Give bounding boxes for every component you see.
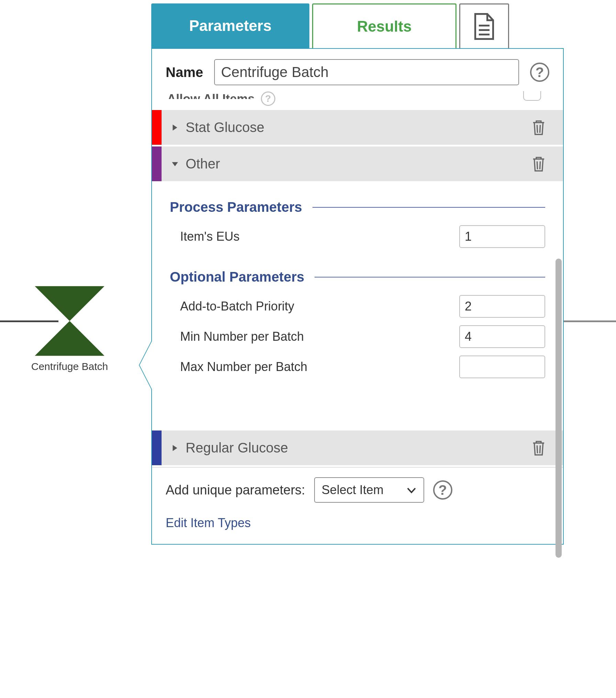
add-to-batch-priority-input[interactable] [459,295,545,318]
section-rule [312,207,545,208]
chevron-down-icon [171,160,179,168]
item-row-regular-glucose[interactable]: Regular Glucose [152,430,563,467]
node-caption: Centrifuge Batch [31,361,108,372]
svg-marker-11 [173,445,177,451]
item-label: Stat Glucose [186,120,531,135]
chevron-right-icon [171,124,179,131]
max-per-batch-label: Max Number per Batch [180,360,307,374]
svg-line-10 [540,162,540,170]
tab-row: Parameters Results [151,3,564,48]
svg-line-6 [537,125,537,133]
svg-marker-1 [35,321,104,356]
edit-item-types-link[interactable]: Edit Item Types [166,516,549,530]
svg-marker-0 [35,286,104,321]
svg-line-12 [537,446,537,454]
properties-panel: Parameters Results Name ? [151,3,564,545]
item-label: Regular Glucose [186,440,531,456]
tab-parameters[interactable]: Parameters [151,3,309,48]
item-label: Other [186,156,531,172]
document-icon [473,13,495,40]
process-parameters-title: Process Parameters [170,199,302,215]
select-item-label: Select Item [322,483,384,497]
item-row-stat-glucose[interactable]: Stat Glucose [152,110,563,146]
centrifuge-batch-node[interactable]: Centrifuge Batch [31,284,108,377]
item-row-other[interactable]: Other [152,146,563,183]
select-item-dropdown[interactable]: Select Item [314,477,424,503]
svg-marker-8 [172,162,178,166]
items-eus-label: Item's EUs [180,229,240,244]
min-per-batch-label: Min Number per Batch [180,329,304,344]
optional-parameters-title: Optional Parameters [170,269,304,285]
help-add-unique-icon[interactable]: ? [433,480,452,500]
svg-marker-5 [173,124,177,131]
add-unique-parameters-label: Add unique parameters: [166,483,305,498]
tab-results[interactable]: Results [312,3,456,48]
trash-icon [531,439,547,457]
name-label: Name [166,65,203,80]
hourglass-icon [31,284,108,358]
trash-icon [531,119,547,136]
chevron-right-icon [171,444,179,452]
name-input[interactable] [214,59,519,85]
add-to-batch-priority-label: Add-to-Batch Priority [180,299,294,314]
delete-button[interactable] [531,120,547,135]
allow-all-items-label: Allow All Items [167,89,255,99]
item-color-swatch [152,110,162,145]
delete-button[interactable] [531,156,547,172]
allow-all-items-checkbox[interactable] [523,91,541,101]
panel-pointer [140,341,152,389]
trash-icon [531,155,547,173]
items-eus-input[interactable] [459,225,545,248]
section-rule [315,277,545,277]
connector-right [563,320,616,322]
scrollbar-thumb[interactable] [556,259,562,558]
item-color-swatch [152,430,162,465]
help-name-icon[interactable]: ? [530,63,549,82]
other-expanded-section: Process Parameters Item's EUs Optional P… [152,183,563,430]
svg-line-7 [540,125,540,133]
svg-line-9 [537,162,537,170]
tab-documentation[interactable] [459,3,509,48]
min-per-batch-input[interactable] [459,325,545,348]
item-color-swatch [152,146,162,181]
delete-button[interactable] [531,440,547,456]
max-per-batch-input[interactable] [459,356,545,378]
scrollbar[interactable] [555,252,562,596]
bottom-region: Add unique parameters: Select Item ? Edi… [152,467,563,544]
svg-line-13 [540,446,540,454]
help-allow-icon[interactable]: ? [261,91,275,106]
chevron-down-icon [406,485,417,495]
